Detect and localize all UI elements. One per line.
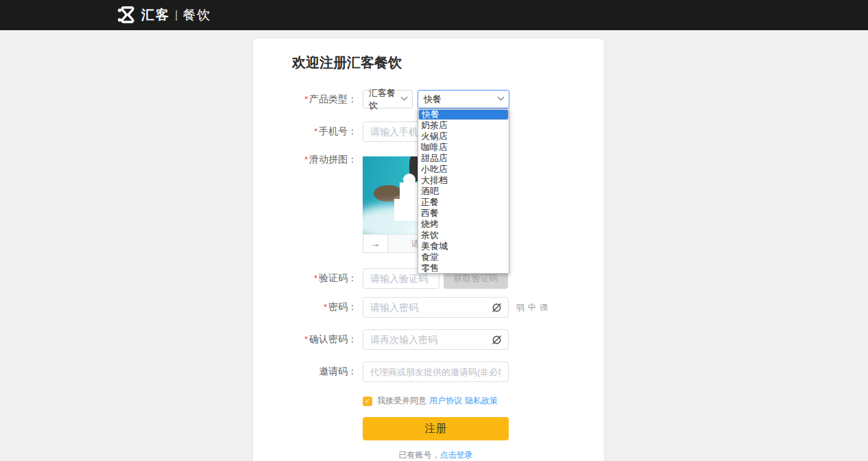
product-category-select[interactable]: 汇客餐饮 xyxy=(363,90,413,108)
dropdown-option[interactable]: 快餐 xyxy=(418,109,509,120)
brand-logo: 汇客 | 餐饮 xyxy=(117,0,211,30)
logo-text-secondary: 餐饮 xyxy=(182,6,211,24)
dropdown-option[interactable]: 烧烤 xyxy=(418,219,509,230)
store-type-value: 快餐 xyxy=(424,93,442,106)
dropdown-option[interactable]: 西餐 xyxy=(418,208,509,219)
invite-code-label: 邀请码： xyxy=(253,366,357,378)
check-icon: ✓ xyxy=(365,397,370,405)
logo-divider: | xyxy=(175,8,178,22)
required-marker: * xyxy=(304,94,308,104)
password-strength-indicator: 弱中强 xyxy=(516,302,551,314)
dropdown-option[interactable]: 火锅店 xyxy=(418,131,509,142)
confirm-password-label: *确认密码： xyxy=(253,333,357,346)
product-dropdown: 快餐奶茶店火锅店咖啡店甜品店小吃店大排档酒吧正餐西餐烧烤茶饮美食城食堂零售 xyxy=(418,108,509,274)
dropdown-option[interactable]: 美食城 xyxy=(418,241,509,252)
page-title: 欢迎注册汇客餐饮 xyxy=(292,54,402,72)
logo-icon xyxy=(117,5,136,25)
chevron-down-icon xyxy=(401,94,408,101)
dropdown-option[interactable]: 小吃店 xyxy=(418,164,509,175)
captcha-slider-handle[interactable]: → xyxy=(363,234,388,253)
code-label: *验证码： xyxy=(253,272,357,285)
password-input[interactable] xyxy=(363,297,509,318)
product-type-label: *产品类型： xyxy=(253,93,357,106)
agreement-text: 我接受并同意 xyxy=(377,395,426,407)
register-button[interactable]: 注册 xyxy=(363,417,509,440)
dropdown-option[interactable]: 茶饮 xyxy=(418,230,509,241)
dropdown-option[interactable]: 零售 xyxy=(418,263,509,274)
login-link[interactable]: 点击登录 xyxy=(440,450,473,460)
product-category-value: 汇客餐饮 xyxy=(369,87,396,112)
strength-weak: 弱 xyxy=(516,303,525,312)
privacy-link[interactable]: 隐私政策 xyxy=(465,395,498,407)
arrow-right-icon: → xyxy=(371,238,381,249)
dropdown-option[interactable]: 咖啡店 xyxy=(418,142,509,153)
dropdown-option[interactable]: 甜品店 xyxy=(418,153,509,164)
password-label: *密码： xyxy=(253,301,357,314)
logo-text-primary: 汇客 xyxy=(141,6,170,24)
dropdown-option[interactable]: 食堂 xyxy=(418,252,509,263)
login-footer: 已有账号，点击登录 xyxy=(363,449,509,461)
strength-medium: 中 xyxy=(528,303,536,312)
top-bar: 汇客 | 餐饮 xyxy=(0,0,868,30)
confirm-password-input[interactable] xyxy=(363,329,509,350)
terms-link[interactable]: 用户协议 xyxy=(429,395,462,407)
chevron-down-icon xyxy=(498,94,505,101)
phone-label: *手机号： xyxy=(253,126,357,138)
dropdown-option[interactable]: 奶茶店 xyxy=(418,120,509,131)
registration-card: 欢迎注册汇客餐饮 *产品类型： 汇客餐饮 快餐 *手机号： *滑动拼图： xyxy=(252,38,605,461)
eye-off-icon[interactable] xyxy=(491,334,503,346)
dropdown-option[interactable]: 正餐 xyxy=(418,197,509,208)
store-type-select[interactable]: 快餐 xyxy=(418,90,509,108)
puzzle-label: *滑动拼图： xyxy=(253,154,357,166)
agreement-checkbox[interactable]: ✓ xyxy=(363,397,372,406)
has-account-text: 已有账号， xyxy=(399,450,440,460)
dropdown-option[interactable]: 酒吧 xyxy=(418,186,509,197)
invite-code-input[interactable] xyxy=(363,362,509,382)
eye-off-icon[interactable] xyxy=(491,302,503,314)
dropdown-option[interactable]: 大排档 xyxy=(418,175,509,186)
strength-strong: 强 xyxy=(540,303,548,312)
